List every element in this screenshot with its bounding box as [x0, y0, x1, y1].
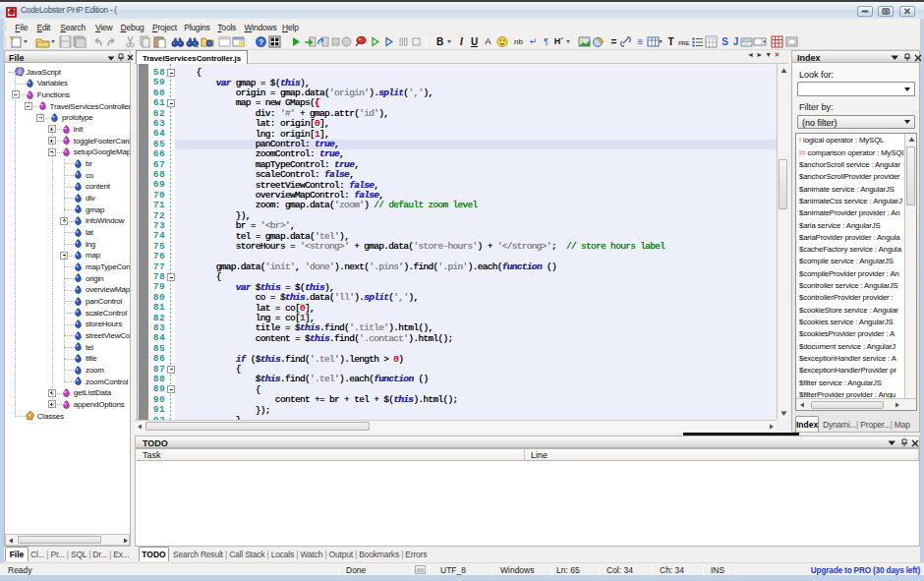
svg-text:?: ?	[259, 37, 263, 47]
